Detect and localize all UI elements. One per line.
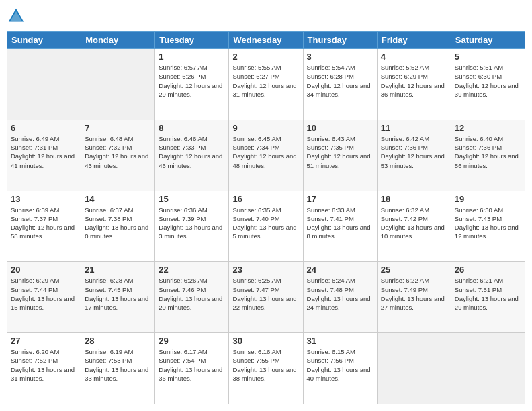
day-info: Sunrise: 6:28 AMSunset: 7:45 PMDaylight:…	[85, 277, 148, 311]
calendar-cell: 20 Sunrise: 6:29 AMSunset: 7:44 PMDaylig…	[7, 262, 81, 333]
calendar-cell: 21 Sunrise: 6:28 AMSunset: 7:45 PMDaylig…	[81, 262, 155, 333]
logo	[7, 7, 28, 26]
calendar-cell: 28 Sunrise: 6:19 AMSunset: 7:53 PMDaylig…	[81, 333, 155, 404]
calendar-cell: 5 Sunrise: 5:51 AMSunset: 6:30 PMDayligh…	[451, 49, 525, 120]
calendar-cell: 25 Sunrise: 6:22 AMSunset: 7:49 PMDaylig…	[377, 262, 451, 333]
day-number: 1	[159, 52, 225, 62]
day-info: Sunrise: 5:54 AMSunset: 6:28 PMDaylight:…	[307, 64, 371, 98]
day-info: Sunrise: 6:43 AMSunset: 7:35 PMDaylight:…	[307, 135, 371, 169]
calendar-table: SundayMondayTuesdayWednesdayThursdayFrid…	[7, 31, 525, 404]
calendar-cell: 29 Sunrise: 6:17 AMSunset: 7:54 PMDaylig…	[155, 333, 229, 404]
day-number: 5	[455, 52, 521, 62]
day-number: 19	[455, 194, 521, 204]
day-number: 29	[159, 336, 225, 346]
page: SundayMondayTuesdayWednesdayThursdayFrid…	[0, 0, 532, 411]
day-number: 4	[381, 52, 447, 62]
day-info: Sunrise: 6:49 AMSunset: 7:31 PMDaylight:…	[11, 135, 75, 169]
calendar-cell: 18 Sunrise: 6:32 AMSunset: 7:42 PMDaylig…	[377, 191, 451, 262]
day-info: Sunrise: 6:35 AMSunset: 7:40 PMDaylight:…	[232, 206, 296, 240]
day-number: 28	[85, 336, 151, 346]
logo-icon	[7, 7, 26, 26]
day-info: Sunrise: 6:57 AMSunset: 6:26 PMDaylight:…	[159, 64, 222, 98]
weekday-header-monday: Monday	[81, 32, 155, 49]
day-number: 22	[159, 265, 225, 275]
day-number: 11	[381, 123, 447, 133]
calendar-cell: 19 Sunrise: 6:30 AMSunset: 7:43 PMDaylig…	[451, 191, 525, 262]
calendar-cell: 26 Sunrise: 6:21 AMSunset: 7:51 PMDaylig…	[451, 262, 525, 333]
day-number: 7	[85, 123, 151, 133]
day-number: 24	[307, 265, 373, 275]
day-number: 17	[307, 194, 373, 204]
header	[7, 7, 525, 26]
day-info: Sunrise: 6:26 AMSunset: 7:46 PMDaylight:…	[159, 277, 222, 311]
day-info: Sunrise: 6:48 AMSunset: 7:32 PMDaylight:…	[85, 135, 148, 169]
day-number: 10	[307, 123, 373, 133]
calendar-week-row: 13 Sunrise: 6:39 AMSunset: 7:37 PMDaylig…	[7, 191, 525, 262]
day-info: Sunrise: 6:21 AMSunset: 7:51 PMDaylight:…	[455, 277, 519, 311]
day-number: 31	[307, 336, 373, 346]
calendar-cell: 14 Sunrise: 6:37 AMSunset: 7:38 PMDaylig…	[81, 191, 155, 262]
day-info: Sunrise: 6:32 AMSunset: 7:42 PMDaylight:…	[381, 206, 445, 240]
weekday-header-friday: Friday	[377, 32, 451, 49]
day-info: Sunrise: 6:24 AMSunset: 7:48 PMDaylight:…	[307, 277, 371, 311]
calendar-cell: 17 Sunrise: 6:33 AMSunset: 7:41 PMDaylig…	[303, 191, 377, 262]
day-info: Sunrise: 5:55 AMSunset: 6:27 PMDaylight:…	[232, 64, 296, 98]
day-info: Sunrise: 6:33 AMSunset: 7:41 PMDaylight:…	[307, 206, 371, 240]
day-number: 23	[232, 265, 299, 275]
day-info: Sunrise: 5:51 AMSunset: 6:30 PMDaylight:…	[455, 64, 519, 98]
day-info: Sunrise: 6:37 AMSunset: 7:38 PMDaylight:…	[85, 206, 148, 240]
day-info: Sunrise: 6:20 AMSunset: 7:52 PMDaylight:…	[11, 348, 75, 382]
calendar-cell: 12 Sunrise: 6:40 AMSunset: 7:36 PMDaylig…	[451, 120, 525, 191]
day-number: 20	[11, 265, 77, 275]
weekday-header-tuesday: Tuesday	[155, 32, 229, 49]
calendar-cell: 13 Sunrise: 6:39 AMSunset: 7:37 PMDaylig…	[7, 191, 81, 262]
calendar-week-row: 20 Sunrise: 6:29 AMSunset: 7:44 PMDaylig…	[7, 262, 525, 333]
calendar-cell: 23 Sunrise: 6:25 AMSunset: 7:47 PMDaylig…	[229, 262, 303, 333]
calendar-cell: 8 Sunrise: 6:46 AMSunset: 7:33 PMDayligh…	[155, 120, 229, 191]
day-number: 15	[159, 194, 225, 204]
calendar-cell	[377, 333, 451, 404]
calendar-cell: 6 Sunrise: 6:49 AMSunset: 7:31 PMDayligh…	[7, 120, 81, 191]
day-number: 18	[381, 194, 447, 204]
day-number: 25	[381, 265, 447, 275]
day-info: Sunrise: 6:36 AMSunset: 7:39 PMDaylight:…	[159, 206, 222, 240]
weekday-header-sunday: Sunday	[7, 32, 81, 49]
day-info: Sunrise: 6:30 AMSunset: 7:43 PMDaylight:…	[455, 206, 519, 240]
calendar-week-row: 1 Sunrise: 6:57 AMSunset: 6:26 PMDayligh…	[7, 49, 525, 120]
day-info: Sunrise: 6:42 AMSunset: 7:36 PMDaylight:…	[381, 135, 445, 169]
day-info: Sunrise: 6:29 AMSunset: 7:44 PMDaylight:…	[11, 277, 75, 311]
calendar-cell: 9 Sunrise: 6:45 AMSunset: 7:34 PMDayligh…	[229, 120, 303, 191]
day-number: 2	[232, 52, 299, 62]
calendar-cell: 11 Sunrise: 6:42 AMSunset: 7:36 PMDaylig…	[377, 120, 451, 191]
day-number: 30	[232, 336, 299, 346]
day-info: Sunrise: 6:40 AMSunset: 7:36 PMDaylight:…	[455, 135, 519, 169]
calendar-cell: 22 Sunrise: 6:26 AMSunset: 7:46 PMDaylig…	[155, 262, 229, 333]
calendar-cell	[7, 49, 81, 120]
day-info: Sunrise: 6:19 AMSunset: 7:53 PMDaylight:…	[85, 348, 148, 382]
day-info: Sunrise: 6:22 AMSunset: 7:49 PMDaylight:…	[381, 277, 445, 311]
calendar-cell	[451, 333, 525, 404]
calendar-cell: 7 Sunrise: 6:48 AMSunset: 7:32 PMDayligh…	[81, 120, 155, 191]
weekday-header-thursday: Thursday	[303, 32, 377, 49]
day-info: Sunrise: 6:15 AMSunset: 7:56 PMDaylight:…	[307, 348, 371, 382]
day-info: Sunrise: 6:39 AMSunset: 7:37 PMDaylight:…	[11, 206, 75, 240]
calendar-cell: 2 Sunrise: 5:55 AMSunset: 6:27 PMDayligh…	[229, 49, 303, 120]
calendar-week-row: 27 Sunrise: 6:20 AMSunset: 7:52 PMDaylig…	[7, 333, 525, 404]
day-info: Sunrise: 6:25 AMSunset: 7:47 PMDaylight:…	[232, 277, 296, 311]
day-number: 26	[455, 265, 521, 275]
day-info: Sunrise: 6:17 AMSunset: 7:54 PMDaylight:…	[159, 348, 222, 382]
day-number: 13	[11, 194, 77, 204]
calendar-cell: 30 Sunrise: 6:16 AMSunset: 7:55 PMDaylig…	[229, 333, 303, 404]
day-info: Sunrise: 5:52 AMSunset: 6:29 PMDaylight:…	[381, 64, 445, 98]
day-number: 27	[11, 336, 77, 346]
day-info: Sunrise: 6:16 AMSunset: 7:55 PMDaylight:…	[232, 348, 296, 382]
weekday-header-saturday: Saturday	[451, 32, 525, 49]
day-info: Sunrise: 6:46 AMSunset: 7:33 PMDaylight:…	[159, 135, 222, 169]
calendar-cell: 16 Sunrise: 6:35 AMSunset: 7:40 PMDaylig…	[229, 191, 303, 262]
calendar-cell: 4 Sunrise: 5:52 AMSunset: 6:29 PMDayligh…	[377, 49, 451, 120]
day-number: 12	[455, 123, 521, 133]
calendar-cell: 24 Sunrise: 6:24 AMSunset: 7:48 PMDaylig…	[303, 262, 377, 333]
calendar-cell: 31 Sunrise: 6:15 AMSunset: 7:56 PMDaylig…	[303, 333, 377, 404]
day-info: Sunrise: 6:45 AMSunset: 7:34 PMDaylight:…	[232, 135, 296, 169]
weekday-header-row: SundayMondayTuesdayWednesdayThursdayFrid…	[7, 32, 525, 49]
